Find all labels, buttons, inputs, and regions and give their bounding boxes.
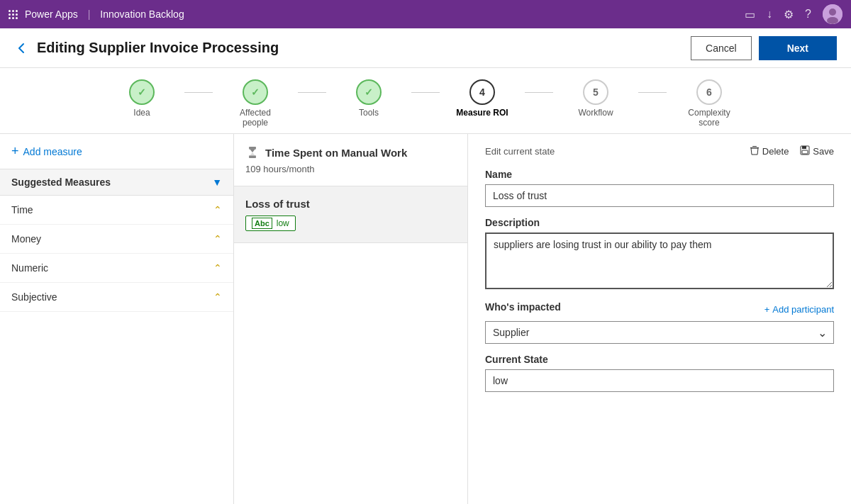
step-tools: ✓ Tools (326, 79, 411, 118)
sidebar: + Add measure Suggested Measures ▼ Time … (0, 134, 234, 504)
topbar-icons: ▭ ↓ ⚙ ? (745, 4, 842, 24)
download-icon[interactable]: ↓ (767, 8, 772, 21)
step-complexity-label: Complexity score (681, 108, 738, 128)
current-state-label: Current State (485, 354, 834, 365)
suggested-label: Suggested Measures (11, 177, 111, 188)
category-subjective[interactable]: Subjective ⌃ (0, 283, 233, 312)
plus-icon: + (11, 144, 19, 159)
edit-state-label: Edit current state (485, 146, 555, 157)
delete-button[interactable]: Delete (750, 145, 789, 157)
step-affected-label: Affected people (227, 108, 284, 128)
impacted-select[interactable]: Supplier Internal Team Customer Manageme… (485, 321, 834, 344)
description-label: Description (485, 217, 834, 228)
panel-header: Edit current state Delete Save (485, 145, 834, 157)
suggested-measures-header: Suggested Measures ▼ (0, 169, 233, 196)
save-button[interactable]: Save (800, 145, 834, 157)
badge-abc-icon: Abc (252, 218, 272, 229)
step-workflow: 5 Workflow (553, 79, 638, 118)
step-complexity: 6 Complexity score (667, 79, 752, 128)
whos-impacted-label: Who's impacted (485, 301, 561, 313)
name-input[interactable] (485, 184, 834, 207)
category-money-label: Money (11, 233, 41, 245)
category-time-label: Time (11, 204, 33, 215)
step-idea: ✓ Idea (99, 79, 184, 118)
step-affected-circle: ✓ (243, 79, 268, 105)
add-measure-label: Add measure (23, 146, 82, 157)
filter-icon[interactable]: ▼ (212, 177, 222, 188)
back-button[interactable] (14, 41, 28, 55)
category-subjective-label: Subjective (11, 291, 57, 303)
category-time[interactable]: Time ⌃ (0, 196, 233, 225)
step-workflow-circle: 5 (583, 79, 608, 105)
name-field-group: Name (485, 169, 834, 207)
badge-value: low (277, 218, 289, 228)
main: + Add measure Suggested Measures ▼ Time … (0, 134, 851, 504)
add-measure-button[interactable]: + Add measure (0, 134, 233, 169)
chevron-time-icon: ⌃ (213, 204, 222, 215)
panel-actions: Delete Save (750, 145, 834, 157)
apps-grid-icon[interactable] (9, 10, 18, 19)
settings-icon[interactable]: ⚙ (784, 8, 794, 21)
delete-icon (750, 145, 760, 157)
step-tools-label: Tools (359, 108, 379, 118)
page-title: Editing Supplier Invoice Processing (37, 40, 691, 56)
topbar-section: Innovation Backlog (100, 9, 184, 20)
chevron-numeric-icon: ⌃ (213, 262, 222, 274)
category-numeric[interactable]: Numeric ⌃ (0, 254, 233, 283)
svg-rect-10 (802, 146, 806, 149)
screen-icon[interactable]: ▭ (745, 8, 755, 21)
topbar: Power Apps | Innovation Backlog ▭ ↓ ⚙ ? (0, 0, 851, 28)
step-measure-label: Measure ROI (456, 108, 508, 118)
step-idea-circle: ✓ (129, 79, 155, 105)
sidebar-category-list: Time ⌃ Money ⌃ Numeric ⌃ Subjective ⌃ (0, 196, 233, 504)
description-field-group: Description suppliers are losing trust i… (485, 217, 834, 291)
measure-loss-badge: Abc low (245, 215, 296, 231)
cancel-button[interactable]: Cancel (691, 36, 752, 60)
stepper: ✓ Idea ✓ Affected people ✓ Tools 4 Measu… (0, 68, 851, 134)
header: Editing Supplier Invoice Processing Canc… (0, 28, 851, 68)
whos-impacted-group: Who's impacted + Add participant Supplie… (485, 301, 834, 344)
svg-point-2 (827, 17, 838, 24)
measure-loss-of-trust[interactable]: Loss of trust Abc low (234, 186, 467, 243)
current-state-input[interactable] (485, 369, 834, 392)
whos-impacted-row: Who's impacted + Add participant (485, 301, 834, 317)
right-panel: Edit current state Delete Save Name (468, 134, 851, 504)
chevron-money-icon: ⌃ (213, 233, 222, 245)
step-affected-people: ✓ Affected people (213, 79, 298, 128)
svg-point-1 (829, 9, 836, 16)
plus-participant-icon: + (764, 304, 770, 315)
step-tools-circle: ✓ (356, 79, 382, 105)
chevron-subjective-icon: ⌃ (213, 291, 222, 303)
topbar-separator: | (88, 9, 91, 20)
step-workflow-label: Workflow (578, 108, 613, 118)
step-complexity-circle: 6 (696, 79, 722, 105)
current-state-group: Current State (485, 354, 834, 392)
svg-rect-11 (802, 150, 808, 154)
step-measure-roi: 4 Measure ROI (440, 79, 525, 118)
name-label: Name (485, 169, 834, 180)
step-measure-circle: 4 (469, 79, 495, 105)
save-icon (800, 145, 810, 157)
svg-rect-8 (752, 146, 757, 147)
next-button[interactable]: Next (759, 36, 837, 60)
add-participant-button[interactable]: + Add participant (764, 304, 834, 315)
category-numeric-label: Numeric (11, 262, 48, 274)
topbar-app: Power Apps (25, 9, 78, 20)
center-panel: Time Spent on Manual Work 109 hours/mont… (234, 134, 468, 504)
description-textarea[interactable]: suppliers are losing trust in our abilit… (485, 233, 834, 289)
help-icon[interactable]: ? (805, 8, 811, 21)
measure-loss-title: Loss of trust (245, 198, 456, 210)
measure-time-title: Time Spent on Manual Work (245, 145, 456, 159)
measure-time-spent[interactable]: Time Spent on Manual Work 109 hours/mont… (234, 134, 467, 186)
measure-time-sub: 109 hours/month (245, 164, 456, 174)
avatar[interactable] (823, 4, 842, 24)
hourglass-icon (245, 145, 260, 159)
category-money[interactable]: Money ⌃ (0, 225, 233, 254)
header-actions: Cancel Next (691, 36, 837, 60)
step-idea-label: Idea (133, 108, 150, 118)
impacted-select-wrapper: Supplier Internal Team Customer Manageme… (485, 321, 834, 344)
